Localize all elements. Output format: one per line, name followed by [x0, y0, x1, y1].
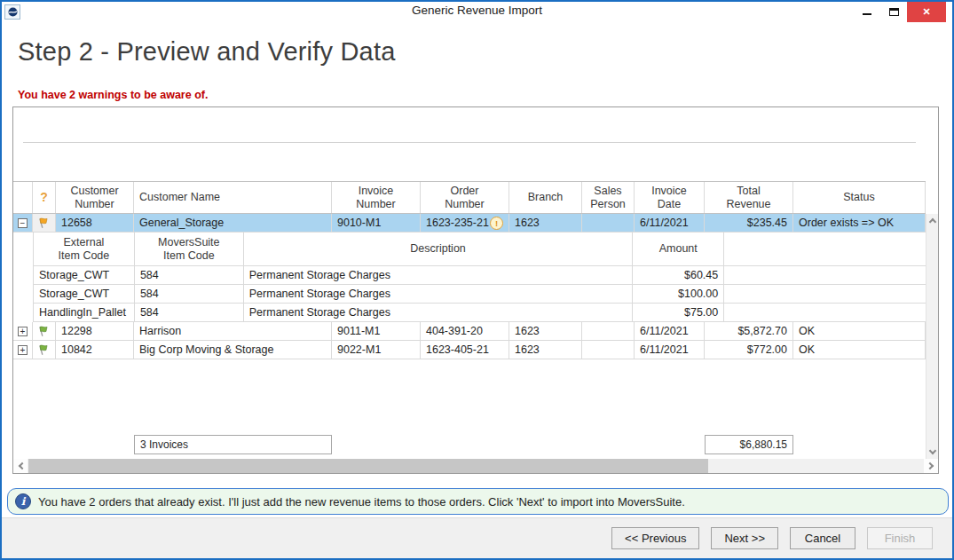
cell-description[interactable]: Permanent Storage Charges — [244, 285, 634, 303]
cell-total-revenue[interactable]: $235.45 — [705, 214, 793, 232]
scroll-right-button[interactable] — [924, 459, 938, 473]
summary-invoice-count: 3 Invoices — [134, 435, 332, 454]
cell-invoice-date[interactable]: 6/11/2021 — [635, 341, 705, 359]
scroll-left-button[interactable] — [13, 459, 28, 473]
chevron-up-icon — [928, 218, 935, 225]
cell-moverssuite-item-code[interactable]: 584 — [135, 304, 244, 321]
cell-invoice-date[interactable]: 6/11/2021 — [635, 214, 705, 232]
expand-icon: + — [20, 346, 26, 354]
expand-row-button[interactable]: + — [18, 327, 28, 336]
cell-status[interactable]: Order exists => OK — [793, 214, 926, 232]
ok-flag-icon — [33, 341, 55, 359]
cell-order-number[interactable]: 404-391-20 — [421, 322, 509, 340]
cell-customer-name[interactable]: General_Storage — [134, 214, 332, 232]
scroll-down-button[interactable] — [926, 446, 938, 459]
cell-branch[interactable]: 1623 — [509, 322, 582, 340]
chevron-down-icon — [928, 447, 935, 454]
detail-row[interactable]: Storage_CWT 584 Permanent Storage Charge… — [34, 266, 926, 285]
header-branch[interactable]: Branch — [509, 182, 582, 213]
detail-row[interactable]: Storage_CWT 584 Permanent Storage Charge… — [34, 285, 926, 304]
close-button[interactable]: ✕ — [907, 2, 946, 22]
cell-customer-name[interactable]: Big Corp Moving & Storage — [134, 341, 332, 359]
cell-filler — [724, 304, 926, 321]
cell-moverssuite-item-code[interactable]: 584 — [135, 285, 244, 303]
cancel-button[interactable]: Cancel — [790, 527, 855, 549]
header-invoice-date[interactable]: Invoice Date — [635, 182, 705, 213]
cell-customer-name[interactable]: Harrison — [134, 322, 332, 340]
header-invoice-number[interactable]: Invoice Number — [332, 182, 421, 213]
cell-order-number[interactable]: 1623-405-21 — [421, 341, 509, 359]
cell-invoice-number[interactable]: 9010-M1 — [332, 214, 421, 232]
grid-body: − 12658 General_Storage 9010-M1 1623-235… — [13, 214, 926, 359]
info-icon: i — [15, 493, 31, 509]
cell-status[interactable]: OK — [793, 322, 926, 340]
collapse-icon: − — [20, 219, 26, 227]
header-expand-column — [13, 182, 33, 213]
detail-header-external-item-code[interactable]: External Item Code — [34, 233, 135, 265]
detail-header-row: External Item Code MoversSuite Item Code… — [34, 233, 926, 266]
cell-invoice-number[interactable]: 9022-M1 — [332, 341, 421, 359]
detail-header-amount[interactable]: Amount — [633, 233, 724, 265]
header-status-flag-column[interactable]: ? — [33, 182, 56, 213]
summary-total-revenue: $6,880.15 — [705, 435, 793, 454]
cell-amount[interactable]: $75.00 — [633, 304, 724, 321]
collapse-row-button[interactable]: − — [18, 218, 28, 228]
cell-description[interactable]: Permanent Storage Charges — [244, 266, 634, 284]
ok-flag-icon — [33, 322, 55, 340]
minimize-button[interactable] — [854, 2, 880, 22]
cell-external-item-code[interactable]: Storage_CWT — [34, 285, 135, 303]
header-total-revenue[interactable]: Total Revenue — [705, 182, 793, 213]
cell-branch[interactable]: 1623 — [509, 214, 582, 232]
cell-filler — [724, 285, 926, 303]
row-flag-cell — [33, 214, 56, 232]
next-button[interactable]: Next >> — [711, 527, 778, 549]
cell-status[interactable]: OK — [793, 341, 926, 359]
cell-sales-person[interactable] — [582, 341, 635, 359]
cell-moverssuite-item-code[interactable]: 584 — [135, 266, 244, 284]
detail-grid: External Item Code MoversSuite Item Code… — [33, 233, 926, 322]
title-bar: Generic Revenue Import ✕ — [2, 2, 952, 22]
cell-description[interactable]: Permanent Storage Charges — [244, 304, 634, 321]
cell-invoice-date[interactable]: 6/11/2021 — [635, 322, 705, 340]
header-customer-name[interactable]: Customer Name — [134, 182, 332, 213]
previous-button[interactable]: << Previous — [611, 527, 699, 549]
info-banner: i You have 2 orders that already exist. … — [7, 488, 949, 515]
cell-sales-person[interactable] — [582, 214, 635, 232]
cell-amount[interactable]: $100.00 — [633, 285, 724, 303]
cell-order-number[interactable]: 1623-235-21 ! — [421, 214, 509, 232]
horizontal-scrollbar-thumb[interactable] — [28, 459, 708, 473]
row-expand-cell: − — [13, 214, 33, 232]
row-expand-cell: + — [13, 341, 33, 359]
cell-invoice-number[interactable]: 9011-M1 — [332, 322, 421, 340]
table-row[interactable]: + 10842 Big Corp Moving & Storage 9022-M… — [13, 341, 926, 359]
detail-header-description[interactable]: Description — [244, 233, 634, 265]
table-row[interactable]: − 12658 General_Storage 9010-M1 1623-235… — [13, 214, 926, 233]
window-title: Generic Revenue Import — [2, 4, 952, 17]
cell-customer-number[interactable]: 12658 — [56, 214, 134, 232]
expand-icon: + — [20, 327, 26, 335]
cell-total-revenue[interactable]: $772.00 — [705, 341, 793, 359]
cell-branch[interactable]: 1623 — [509, 341, 582, 359]
vertical-scrollbar[interactable] — [926, 214, 938, 459]
finish-button[interactable]: Finish — [867, 527, 933, 549]
cell-customer-number[interactable]: 12298 — [56, 322, 134, 340]
table-row[interactable]: + 12298 Harrison 9011-M1 404-391-20 1623 — [13, 322, 926, 341]
header-sales-person[interactable]: Sales Person — [582, 182, 635, 213]
cell-total-revenue[interactable]: $5,872.70 — [705, 322, 793, 340]
header-order-number[interactable]: Order Number — [421, 182, 509, 213]
cell-sales-person[interactable] — [582, 322, 635, 340]
warning-flag-icon — [33, 214, 55, 232]
cell-customer-number[interactable]: 10842 — [56, 341, 134, 359]
maximize-button[interactable] — [880, 2, 907, 22]
cell-external-item-code[interactable]: HandlingIn_Pallet — [34, 304, 135, 321]
cell-external-item-code[interactable]: Storage_CWT — [34, 266, 135, 284]
detail-row[interactable]: HandlingIn_Pallet 584 Permanent Storage … — [34, 304, 926, 322]
detail-header-moverssuite-item-code[interactable]: MoversSuite Item Code — [135, 233, 244, 265]
header-customer-number[interactable]: Customer Number — [56, 182, 134, 213]
warning-badge-icon[interactable]: ! — [490, 217, 503, 230]
expand-row-button[interactable]: + — [18, 345, 28, 355]
header-status[interactable]: Status — [793, 182, 926, 213]
scroll-up-button[interactable] — [926, 214, 938, 227]
horizontal-scrollbar[interactable] — [13, 459, 938, 473]
cell-amount[interactable]: $60.45 — [633, 266, 724, 284]
